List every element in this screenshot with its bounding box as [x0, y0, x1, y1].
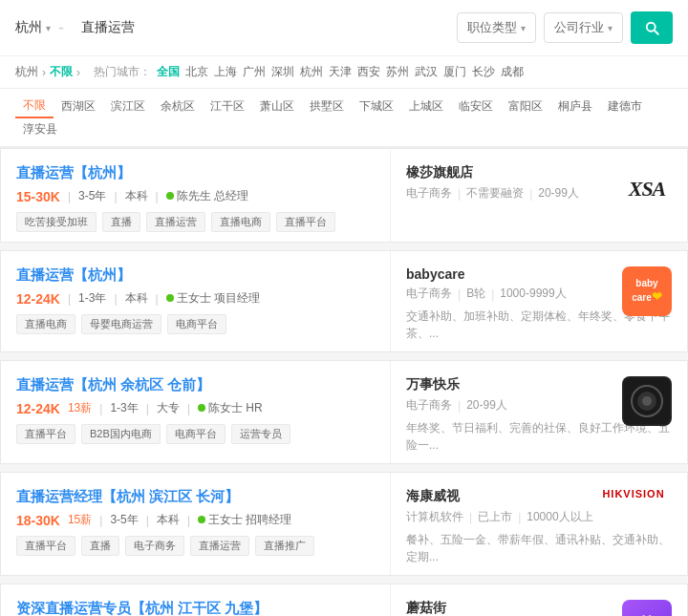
job-meta-1: 15-30K | 3-5年 | 本科 | 陈先生 总经理	[16, 188, 375, 204]
job-type-dropdown[interactable]: 职位类型 ▾	[457, 12, 536, 43]
city-link-chengdu[interactable]: 成都	[501, 64, 524, 80]
city-link-xian[interactable]: 西安	[357, 64, 380, 80]
job-tag[interactable]: 直播	[81, 536, 119, 556]
job-tag[interactable]: 直播	[102, 212, 140, 232]
job-title-3[interactable]: 直播运营【杭州 余杭区 仓前】	[16, 376, 210, 394]
job-meta-4: 18-30K 15薪 | 3-5年 | 本科 | 王女士 招聘经理	[16, 512, 375, 528]
job-tags-2: 直播电商母婴电商运营电商平台	[16, 314, 375, 334]
job-tag[interactable]: 直播运营	[190, 536, 249, 556]
district-tonglu[interactable]: 桐庐县	[550, 96, 600, 117]
job-left-4: 直播运营经理【杭州 滨江区 长河】 18-30K 15薪 | 3-5年 | 本科…	[1, 473, 391, 575]
district-unlimit[interactable]: 不限	[15, 95, 54, 118]
company-logo-hikvision: HIKVISION	[595, 488, 672, 499]
job-tag[interactable]: 电子商务	[125, 536, 184, 556]
company-type-dropdown[interactable]: 公司行业 ▾	[544, 12, 623, 43]
job-tags-1: 吃苦接受加班直播直播运营直播电商直播平台	[16, 212, 375, 232]
job-tags-4: 直播平台直播电子商务直播运营直播推广	[16, 536, 375, 556]
city-link-shanghai[interactable]: 上海	[214, 64, 237, 80]
breadcrumb: 杭州 › 不限 ›	[15, 64, 80, 80]
district-fuyang[interactable]: 富阳区	[501, 96, 550, 117]
district-xiaoshan[interactable]: 萧山区	[252, 96, 302, 117]
job-right-2: babycare❤ babycare 电子商务|B轮|1000-9999人 交通…	[391, 251, 687, 351]
city-link-shenzhen[interactable]: 深圳	[271, 64, 294, 80]
job-tag[interactable]: 直播平台	[16, 536, 75, 556]
job-tag[interactable]: 电商平台	[166, 424, 226, 444]
district-linan[interactable]: 临安区	[451, 96, 501, 117]
job-tag[interactable]: 直播电商	[16, 314, 75, 334]
job-type-chevron-icon: ▾	[521, 23, 526, 33]
district-xihu[interactable]: 西湖区	[54, 96, 103, 117]
job-right-3: 万事快乐 电子商务|20-99人 年终奖、节日福利、完善的社保、良好工作环境、五…	[391, 361, 687, 463]
district-shangcheng[interactable]: 上城区	[401, 96, 451, 117]
job-card-2: 直播运营【杭州】 12-24K | 1-3年 | 本科 | 王女士 项目经理 直…	[0, 250, 688, 352]
job-tag[interactable]: 运营专员	[231, 424, 290, 444]
job-tag[interactable]: 母婴电商运营	[81, 314, 161, 334]
job-right-4: HIKVISION 海康威视 计算机软件|已上市|10000人以上 餐补、五险一…	[391, 473, 687, 575]
job-experience-2: 1-3年	[78, 290, 106, 307]
job-tag[interactable]: 直播平台	[276, 212, 335, 232]
company-logo-xsa: XSA	[622, 164, 672, 214]
job-contact-3: 陈女士 HR	[198, 400, 263, 416]
job-salary-4: 18-30K	[16, 513, 60, 528]
job-title-5[interactable]: 资深直播运营专员【杭州 江干区 九堡】	[16, 600, 268, 616]
city-chevron-icon: ▾	[46, 23, 51, 33]
job-meta-3: 12-24K 13薪 | 1-3年 | 大专 | 陈女士 HR	[16, 400, 375, 416]
search-icon	[643, 19, 660, 36]
company-meta-4: 计算机软件|已上市|10000人以上	[406, 509, 672, 525]
city-link-changsha[interactable]: 长沙	[472, 64, 495, 80]
city-link-guangzhou[interactable]: 广州	[243, 64, 266, 80]
job-left-1: 直播运营【杭州】 15-30K | 3-5年 | 本科 | 陈先生 总经理 吃苦…	[1, 149, 391, 242]
district-binjiang[interactable]: 滨江区	[103, 96, 153, 117]
city-link-suzhou[interactable]: 苏州	[386, 64, 409, 80]
svg-point-3	[642, 396, 652, 406]
job-contact-2: 王女士 项目经理	[166, 290, 260, 307]
job-tag[interactable]: 直播运营	[146, 212, 205, 232]
district-chunan[interactable]: 淳安县	[15, 118, 65, 140]
district-jiande[interactable]: 建德市	[600, 96, 650, 117]
breadcrumb-arrow2: ›	[76, 66, 80, 79]
job-left-2: 直播运营【杭州】 12-24K | 1-3年 | 本科 | 王女士 项目经理 直…	[1, 251, 391, 351]
city-link-hangzhou[interactable]: 杭州	[300, 64, 323, 80]
job-tag[interactable]: 直播电商	[211, 212, 270, 232]
job-card-5: 资深直播运营专员【杭州 江干区 九堡】 15-30K | 3-5年 | 学历不限…	[0, 584, 688, 616]
job-title-2[interactable]: 直播运营【杭州】	[16, 266, 131, 285]
job-education-2: 本科	[125, 290, 148, 307]
job-tag[interactable]: 吃苦接受加班	[16, 212, 97, 232]
job-salary-2: 12-24K	[16, 291, 60, 307]
job-right-1: XSA 橡莎旗舰店 电子商务|不需要融资|20-99人	[391, 149, 687, 242]
job-left-3: 直播运营【杭州 余杭区 仓前】 12-24K 13薪 | 1-3年 | 大专 |…	[1, 361, 391, 463]
search-button[interactable]	[631, 11, 673, 44]
job-list: 直播运营【杭州】 15-30K | 3-5年 | 本科 | 陈先生 总经理 吃苦…	[0, 148, 688, 616]
city-label: 杭州	[15, 19, 42, 36]
search-divider: -	[58, 18, 64, 38]
job-salary-1: 15-30K	[16, 189, 60, 204]
city-selector[interactable]: 杭州 ▾	[15, 19, 51, 36]
job-right-5: 菇 蘑菇街 互联网|已上市|500-999人	[391, 584, 687, 616]
city-link-tianjin[interactable]: 天津	[329, 64, 352, 80]
district-yuhang[interactable]: 余杭区	[153, 96, 203, 117]
job-tag[interactable]: 直播平台	[16, 424, 75, 444]
city-link-beijing[interactable]: 北京	[185, 64, 208, 80]
job-meta-2: 12-24K | 1-3年 | 本科 | 王女士 项目经理	[16, 290, 375, 307]
city-link-xiamen[interactable]: 厦门	[443, 64, 466, 80]
district-xiacheng[interactable]: 下城区	[352, 96, 401, 117]
search-bar: 杭州 ▾ - 职位类型 ▾ 公司行业 ▾	[0, 0, 688, 56]
city-link-wuhan[interactable]: 武汉	[415, 64, 438, 80]
district-gongshu[interactable]: 拱墅区	[302, 96, 352, 117]
job-title-1[interactable]: 直播运营【杭州】	[16, 164, 131, 182]
district-jianggan[interactable]: 江干区	[203, 96, 252, 117]
breadcrumb-limit[interactable]: 不限	[50, 64, 73, 80]
job-contact-4: 王女士 招聘经理	[198, 512, 291, 528]
breadcrumb-city[interactable]: 杭州	[15, 64, 38, 80]
company-logo-babycare: babycare❤	[622, 266, 672, 316]
job-tag[interactable]: B2B国内电商	[81, 424, 161, 444]
job-title-4[interactable]: 直播运营经理【杭州 滨江区 长河】	[16, 488, 239, 506]
search-input[interactable]	[72, 14, 449, 41]
hot-cities-label: 热门城市：	[94, 64, 151, 80]
job-tag[interactable]: 直播推广	[255, 536, 314, 556]
city-link-quanguo[interactable]: 全国	[157, 64, 180, 80]
job-experience-1: 3-5年	[78, 188, 106, 204]
job-tag[interactable]: 电商平台	[167, 314, 226, 334]
company-logo-wanshi	[622, 376, 672, 426]
job-education-1: 本科	[125, 188, 148, 204]
